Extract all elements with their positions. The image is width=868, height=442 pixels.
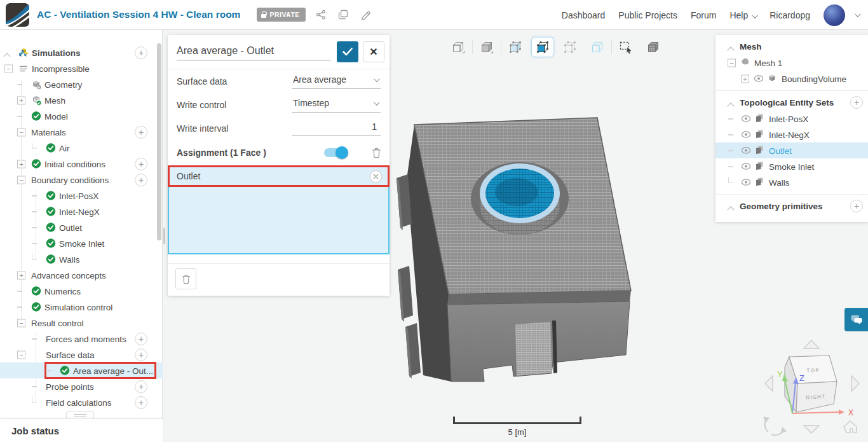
expand-box-icon[interactable]: + — [17, 160, 25, 168]
add-entity-set-button[interactable]: + — [850, 96, 863, 109]
sidebar-item-surface-data[interactable]: −Surface data+ — [0, 347, 163, 363]
sidebar-item-forces-and-moments[interactable]: Forces and moments+ — [0, 331, 163, 347]
sidebar-item-outlet[interactable]: Outlet — [0, 219, 163, 235]
box-select-icon[interactable] — [614, 37, 637, 57]
expand-box-icon[interactable]: + — [17, 96, 25, 104]
account-chevron-down-icon[interactable] — [855, 11, 861, 17]
chat-support-button[interactable] — [844, 308, 868, 331]
sidebar-resize-handle[interactable] — [163, 228, 165, 244]
collapse-box-icon[interactable]: − — [17, 350, 25, 359]
duplicate-icon[interactable] — [336, 8, 350, 22]
add-button[interactable]: + — [135, 158, 147, 170]
entity-boundingvolume[interactable]: +BoundingVolume — [715, 71, 868, 86]
visibility-eye-icon[interactable] — [741, 129, 752, 140]
write-interval-input[interactable]: 1 — [292, 120, 381, 136]
entity-mesh-1[interactable]: −Mesh 1 — [715, 55, 868, 71]
nav-dashboard[interactable]: Dashboard — [562, 10, 606, 20]
visibility-eye-icon[interactable] — [741, 161, 752, 172]
collapse-box-icon[interactable]: − — [17, 128, 25, 136]
nav-public-projects[interactable]: Public Projects — [618, 10, 677, 20]
sidebar-item-area-average-out[interactable]: Area average - Out... — [0, 363, 163, 378]
delete-assignment-icon[interactable] — [371, 147, 382, 158]
sidebar-item-materials[interactable]: −Materials+ — [0, 124, 163, 140]
mesh-3d-model[interactable] — [389, 103, 698, 402]
add-button[interactable]: + — [135, 126, 147, 139]
nav-username[interactable]: Ricardopg — [770, 10, 810, 20]
add-geometry-primitive-button[interactable]: + — [850, 200, 863, 212]
add-button[interactable]: + — [135, 333, 147, 345]
shaded-view-icon[interactable] — [475, 37, 498, 57]
collapse-icon[interactable] — [3, 53, 10, 60]
collapse-icon[interactable] — [727, 102, 734, 109]
sidebar-item-mesh[interactable]: +Mesh — [0, 92, 163, 108]
collapse-box-icon[interactable]: − — [17, 319, 25, 327]
collapse-icon[interactable] — [727, 206, 734, 213]
sidebar-item-result-control[interactable]: −Result control — [0, 315, 163, 331]
expand-box-icon[interactable]: + — [741, 74, 749, 83]
entity-inlet-negx[interactable]: Inlet-NegX — [715, 127, 868, 142]
close-button[interactable]: ✕ — [363, 41, 384, 62]
sidebar-item-smoke-inlet[interactable]: Smoke Inlet — [0, 235, 163, 251]
visibility-eye-icon[interactable] — [741, 177, 752, 188]
sidebar-item-initial-conditions[interactable]: +Initial conditions+ — [0, 156, 163, 172]
sidebar-item-inlet-posx[interactable]: Inlet-PosX — [0, 188, 163, 204]
avatar[interactable] — [824, 4, 845, 26]
surface-data-select[interactable]: Area average — [292, 73, 381, 89]
sidebar-item-simulation-control[interactable]: Simulation control — [0, 299, 163, 315]
visibility-eye-icon[interactable] — [741, 145, 752, 156]
sidebar-item-model[interactable]: Model — [0, 108, 163, 124]
entity-walls[interactable]: Walls — [715, 174, 868, 190]
nav-help[interactable]: Help — [729, 10, 756, 20]
navigation-cube[interactable]: TOP RIGHT X Z Y — [756, 334, 868, 442]
assignment-drop-zone[interactable] — [168, 187, 390, 254]
sidebar-item-advanced-concepts[interactable]: +Advanced concepts — [0, 267, 163, 283]
sidebar-item-boundary-conditions[interactable]: −Boundary conditions+ — [0, 172, 163, 188]
vertex-select-icon[interactable] — [559, 37, 581, 57]
sidebar-scrollbar[interactable] — [157, 43, 161, 240]
collapse-box-icon[interactable]: − — [4, 64, 13, 73]
sidebar-item-probe-points[interactable]: Probe points+ — [0, 378, 163, 394]
assignment-toggle[interactable] — [324, 148, 347, 157]
sidebar-item-inlet-negx[interactable]: Inlet-NegX — [0, 204, 163, 219]
add-button[interactable]: + — [135, 46, 147, 59]
add-button[interactable]: + — [135, 380, 147, 393]
share-icon[interactable] — [314, 8, 328, 22]
face-select-icon[interactable] — [531, 37, 554, 57]
edit-icon[interactable] — [358, 8, 372, 22]
sidebar-item-geometry[interactable]: Geometry — [0, 76, 163, 92]
edge-select-icon[interactable] — [586, 37, 609, 57]
assigned-face-outlet[interactable]: Outlet — [168, 165, 390, 187]
sidebar-item-air[interactable]: Air — [0, 140, 163, 156]
nav-forum[interactable]: Forum — [691, 10, 716, 20]
visibility-eye-icon[interactable] — [741, 113, 752, 124]
mesh-section-header[interactable]: Mesh — [715, 38, 868, 55]
sidebar-item-numerics[interactable]: Numerics — [0, 283, 163, 299]
sidebar-item-walls[interactable]: Walls — [0, 251, 163, 267]
mesh-view-icon[interactable] — [642, 37, 665, 57]
add-button[interactable]: + — [135, 396, 147, 409]
sidebar-item-simulations[interactable]: Simulations+ — [0, 45, 163, 60]
remove-face-icon[interactable] — [369, 170, 383, 183]
visibility-eye-icon[interactable] — [754, 73, 764, 84]
entity-smoke-inlet[interactable]: Smoke Inlet — [715, 158, 868, 174]
collapse-box-icon[interactable]: − — [728, 59, 736, 67]
sidebar-item-incompressible[interactable]: −Incompressible — [0, 60, 163, 76]
clear-selection-button[interactable] — [175, 268, 196, 289]
topo-section-header[interactable]: Topological Entity Sets + — [715, 93, 868, 111]
entity-outlet[interactable]: Outlet — [715, 142, 868, 158]
entity-inlet-posx[interactable]: Inlet-PosX — [715, 111, 868, 127]
confirm-button[interactable] — [337, 41, 358, 62]
collapse-box-icon[interactable]: − — [17, 176, 25, 184]
collapse-icon[interactable] — [727, 46, 734, 53]
add-button[interactable]: + — [135, 174, 147, 186]
app-logo[interactable] — [6, 3, 29, 27]
wireframe-view-icon[interactable] — [447, 37, 470, 57]
geometry-primitives-header[interactable]: Geometry primitives + — [715, 197, 868, 214]
add-button[interactable]: + — [135, 349, 147, 361]
panel-title-input[interactable] — [177, 43, 330, 60]
sidebar-item-field-calculations[interactable]: Field calculations+ — [0, 394, 163, 410]
expand-box-icon[interactable]: + — [17, 271, 25, 279]
job-status-bar[interactable]: Job status — [0, 418, 163, 442]
volume-select-icon[interactable] — [504, 37, 527, 57]
write-control-select[interactable]: Timestep — [292, 97, 381, 113]
